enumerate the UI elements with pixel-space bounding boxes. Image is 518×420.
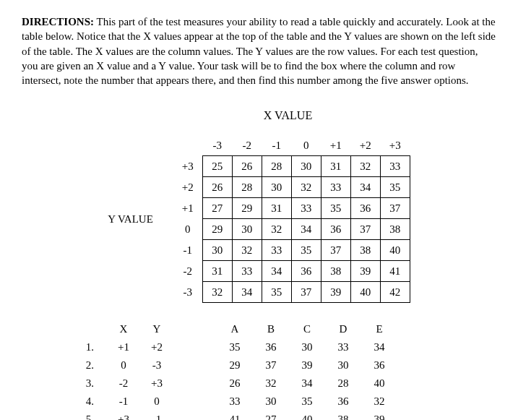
q-opt-d: 28 (325, 374, 361, 393)
cell: 28 (262, 156, 291, 177)
cell: 30 (262, 177, 291, 198)
cell: 38 (350, 240, 380, 261)
q-opt-e: 40 (361, 374, 397, 393)
row-header: -3 (173, 282, 203, 303)
cell: 35 (321, 198, 350, 219)
cell: 28 (232, 177, 262, 198)
cell: 40 (350, 282, 380, 303)
q-num: 1. (65, 338, 107, 356)
col-header: +3 (380, 135, 410, 156)
q-num: 2. (65, 356, 107, 374)
cell: 35 (291, 240, 321, 261)
q-header-a: A (217, 320, 253, 338)
questions-table: X Y A B C D E 1. +1 +2 35 36 30 33 34 2.… (65, 320, 397, 420)
col-header: +2 (350, 135, 380, 156)
cell: 38 (321, 261, 350, 282)
q-opt-e: 32 (361, 393, 397, 411)
cell: 30 (202, 240, 232, 261)
q-header-b: B (253, 320, 289, 338)
cell: 34 (350, 177, 380, 198)
table-wrap: Y VALUE -3 -2 -1 0 +1 +2 +3 +3 25 26 28 … (22, 135, 496, 303)
cell: 30 (232, 219, 262, 240)
q-opt-b: 32 (253, 374, 289, 393)
q-y: +3 (140, 374, 173, 393)
question-row: 1. +1 +2 35 36 30 33 34 (65, 338, 397, 356)
cell: 36 (321, 219, 350, 240)
q-opt-e: 39 (361, 411, 397, 420)
q-y: -1 (140, 411, 173, 420)
col-header: -1 (262, 135, 291, 156)
q-opt-c: 35 (289, 393, 325, 411)
q-x: -2 (107, 374, 140, 393)
directions-label: DIRECTIONS: (22, 16, 94, 27)
cell: 38 (380, 219, 410, 240)
cell: 33 (291, 198, 321, 219)
cell: 37 (291, 282, 321, 303)
cell: 33 (321, 177, 350, 198)
lookup-table: -3 -2 -1 0 +1 +2 +3 +3 25 26 28 30 31 32… (173, 135, 410, 303)
q-y: 0 (140, 393, 173, 411)
q-opt-c: 30 (289, 338, 325, 356)
question-row: 5. +3 -1 41 27 40 38 39 (65, 411, 397, 420)
question-row: 2. 0 -3 29 37 39 30 36 (65, 356, 397, 374)
q-opt-a: 29 (217, 356, 253, 374)
q-y: +2 (140, 338, 173, 356)
q-opt-b: 27 (253, 411, 289, 420)
q-opt-a: 35 (217, 338, 253, 356)
q-header-c: C (289, 320, 325, 338)
cell: 34 (232, 282, 262, 303)
q-opt-c: 40 (289, 411, 325, 420)
cell: 34 (262, 261, 291, 282)
question-row: 4. -1 0 33 30 35 36 32 (65, 393, 397, 411)
cell: 40 (380, 240, 410, 261)
y-value-label: Y VALUE (108, 213, 153, 226)
q-opt-b: 36 (253, 338, 289, 356)
cell: 27 (202, 198, 232, 219)
cell: 26 (202, 177, 232, 198)
q-x: +1 (107, 338, 140, 356)
q-opt-a: 33 (217, 393, 253, 411)
cell: 42 (380, 282, 410, 303)
x-value-label: X VALUE (22, 109, 496, 122)
cell: 34 (291, 219, 321, 240)
cell: 36 (291, 261, 321, 282)
cell: 41 (380, 261, 410, 282)
cell: 32 (262, 219, 291, 240)
cell: 36 (350, 198, 380, 219)
col-header: 0 (291, 135, 321, 156)
q-header-e: E (361, 320, 397, 338)
row-header: +2 (173, 177, 203, 198)
row-header: -2 (173, 261, 203, 282)
q-opt-e: 34 (361, 338, 397, 356)
cell: 31 (321, 156, 350, 177)
cell: 33 (380, 156, 410, 177)
cell: 32 (291, 177, 321, 198)
q-header-y: Y (140, 320, 173, 338)
q-y: -3 (140, 356, 173, 374)
cell: 37 (380, 198, 410, 219)
q-x: 0 (107, 356, 140, 374)
cell: 35 (262, 282, 291, 303)
cell: 31 (262, 198, 291, 219)
q-num: 3. (65, 374, 107, 393)
row-header: +3 (173, 156, 203, 177)
q-opt-a: 41 (217, 411, 253, 420)
col-header: -2 (232, 135, 262, 156)
q-x: +3 (107, 411, 140, 420)
q-num: 4. (65, 393, 107, 411)
cell: 39 (321, 282, 350, 303)
q-opt-d: 38 (325, 411, 361, 420)
cell: 35 (380, 177, 410, 198)
cell: 32 (202, 282, 232, 303)
cell: 33 (262, 240, 291, 261)
q-num: 5. (65, 411, 107, 420)
q-opt-a: 26 (217, 374, 253, 393)
row-header: -1 (173, 240, 203, 261)
row-header: +1 (173, 198, 203, 219)
directions-block: DIRECTIONS: This part of the test measur… (22, 14, 496, 87)
col-header: -3 (202, 135, 232, 156)
q-opt-d: 36 (325, 393, 361, 411)
question-row: 3. -2 +3 26 32 34 28 40 (65, 374, 397, 393)
cell: 37 (321, 240, 350, 261)
questions-block: X Y A B C D E 1. +1 +2 35 36 30 33 34 2.… (65, 320, 496, 420)
